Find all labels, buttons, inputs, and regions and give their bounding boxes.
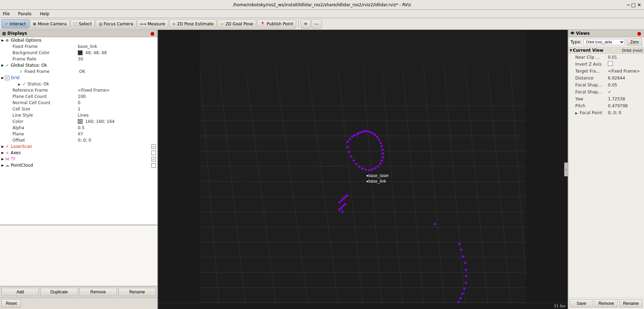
publish-point-icon: 📍 <box>260 22 265 26</box>
normal-cell-count-row: Normal Cell Count 0 <box>0 100 157 106</box>
fixed-frame-status-check: ✓ <box>19 69 24 74</box>
views-collapse-arrow[interactable]: › <box>564 162 568 176</box>
global-status-arrow[interactable]: ▶ <box>1 64 4 67</box>
focal-shap1-row: Focal Shap... 0.05 <box>568 82 644 89</box>
svg-point-47 <box>381 149 384 151</box>
main-area: ▦ Displays ● ▶ ⚙ Global Options Fixed Fr… <box>0 30 644 309</box>
remove-button[interactable]: Remove <box>80 288 117 296</box>
plane-cell-count-row: Plane Cell Count 100 <box>0 93 157 100</box>
add-button[interactable]: Add <box>1 288 39 296</box>
focus-camera-button[interactable]: ◎ Focus Camera <box>95 19 136 28</box>
reference-frame-row: Reference Frame <Fixed Frame> <box>0 87 157 93</box>
goal-pose-button[interactable]: ➤ 2D Goal Pose <box>217 19 256 28</box>
focal-point-arrow[interactable]: ▶ <box>575 111 578 115</box>
svg-point-70 <box>342 205 344 207</box>
views-rename-button[interactable]: Rename <box>619 299 643 308</box>
3d-view[interactable]: .grid-line { stroke: #3a3a3a; stroke-wid… <box>158 30 568 303</box>
svg-point-50 <box>380 159 383 162</box>
svg-point-67 <box>344 196 347 198</box>
tf-arrow[interactable]: ▶ <box>1 157 4 161</box>
axes-item[interactable]: ▶ ✛ Axes <box>0 150 157 156</box>
views-buttons: Save Remove Rename <box>568 298 644 309</box>
base-link-label: base_link <box>368 179 386 184</box>
svg-point-69 <box>344 203 346 206</box>
svg-point-46 <box>380 145 383 148</box>
duplicate-button[interactable]: Duplicate <box>40 288 78 296</box>
move-camera-button[interactable]: ⊕ Move Camera <box>30 19 70 28</box>
panels-menu[interactable]: Panels <box>17 11 33 17</box>
views-panel-close[interactable]: ● <box>636 31 642 36</box>
svg-point-75 <box>460 249 463 251</box>
laser-scan-item[interactable]: ▶ ⚡ LaserScan <box>0 143 157 150</box>
distance-row: Distance 6.92644 <box>568 75 644 82</box>
displays-panel: ▦ Displays ● ▶ ⚙ Global Options Fixed Fr… <box>0 30 157 225</box>
point-cloud-item[interactable]: ▶ ☁ PointCloud <box>0 162 157 168</box>
help-menu[interactable]: Help <box>39 11 51 17</box>
global-status-icon: ✓ <box>5 62 10 68</box>
views-remove-button[interactable]: Remove <box>594 299 618 308</box>
pose-estimate-button[interactable]: ➤ 2D Pose Estimate <box>169 19 217 28</box>
views-type-select[interactable]: Orbit (rviz_defa <box>584 39 625 45</box>
grid-arrow[interactable]: ▶ <box>1 76 4 80</box>
tf-item[interactable]: ▶ ⋈ TF <box>0 156 157 162</box>
svg-point-71 <box>340 207 343 209</box>
yaw-row: Yaw 1.72538 <box>568 95 644 102</box>
displays-buttons: Add Duplicate Remove Rename <box>0 286 157 298</box>
laser-scan-arrow[interactable]: ▶ <box>1 145 4 148</box>
minus-button[interactable]: — <box>311 19 322 28</box>
current-view-arrow[interactable]: ▼ <box>570 49 572 52</box>
displays-panel-title: ▦ Displays <box>2 31 27 36</box>
axes-checkbox[interactable] <box>151 151 156 155</box>
focal-point-row[interactable]: ▶ Focal Point 0; 0; 0 <box>568 109 644 116</box>
background-color-swatch[interactable] <box>78 50 83 55</box>
fixed-frame-row: Fixed Frame base_link <box>0 43 157 50</box>
point-cloud-arrow[interactable]: ▶ <box>1 164 4 167</box>
plus-button[interactable]: ✛ <box>301 19 310 28</box>
svg-point-60 <box>353 159 355 162</box>
reset-bar: Reset <box>0 298 157 309</box>
grid-status-arrow[interactable]: ▶ <box>18 83 20 86</box>
reset-button[interactable]: Reset <box>1 299 21 308</box>
invert-z-checkbox[interactable] <box>608 61 613 66</box>
svg-point-52 <box>377 165 379 168</box>
grid-item[interactable]: ▶ Grid <box>0 75 157 81</box>
svg-point-62 <box>348 151 350 153</box>
rename-button[interactable]: Rename <box>118 288 156 296</box>
svg-point-68 <box>346 194 349 197</box>
close-button[interactable]: ✕ <box>637 2 641 8</box>
views-icon: 👁 <box>570 31 575 36</box>
svg-point-73 <box>341 211 344 213</box>
offset-row: Offset 0; 0; 0 <box>0 137 157 143</box>
views-type-row: Type: Orbit (rviz_defa Zero <box>568 37 644 47</box>
invert-z-row: Invert Z Axis <box>568 61 644 68</box>
interact-icon: ☞ <box>5 22 8 26</box>
zero-button[interactable]: Zero <box>627 39 642 45</box>
displays-panel-close[interactable]: ● <box>150 31 155 36</box>
svg-point-59 <box>355 163 358 165</box>
publish-point-button[interactable]: 📍 Publish Point <box>257 19 296 28</box>
global-status-item[interactable]: ▶ ✓ Global Status: Ok <box>0 62 157 68</box>
svg-point-65 <box>341 199 343 202</box>
views-save-button[interactable]: Save <box>570 299 593 308</box>
minimize-button[interactable]: ─ <box>627 2 630 8</box>
axes-icon: ✛ <box>5 150 10 156</box>
cell-size-row: Cell Size 1 <box>0 106 157 112</box>
axes-arrow[interactable]: ▶ <box>1 151 4 154</box>
measure-button[interactable]: ⟷ Measure <box>137 19 168 28</box>
current-view-header[interactable]: ▼ Current View Orbit (rviz) <box>568 47 644 54</box>
svg-point-63 <box>347 146 349 148</box>
global-options-item[interactable]: ▶ ⚙ Global Options <box>0 37 157 43</box>
svg-point-41 <box>371 132 374 135</box>
viewport[interactable]: .grid-line { stroke: #3a3a3a; stroke-wid… <box>158 30 568 309</box>
grid-color-swatch[interactable] <box>78 119 83 124</box>
file-menu[interactable]: File <box>1 11 11 17</box>
tf-checkbox[interactable] <box>151 157 156 161</box>
select-button[interactable]: ⬚ Select <box>70 19 95 28</box>
laser-scan-checkbox[interactable] <box>151 144 156 149</box>
maximize-button[interactable]: □ <box>631 2 636 8</box>
interact-button[interactable]: ☞ Interact <box>1 19 29 28</box>
color-row: Color 160; 160; 164 <box>0 118 157 125</box>
point-cloud-checkbox[interactable] <box>151 163 156 168</box>
menu-bar: File Panels Help <box>0 10 644 18</box>
global-options-arrow[interactable]: ▶ <box>1 39 4 42</box>
